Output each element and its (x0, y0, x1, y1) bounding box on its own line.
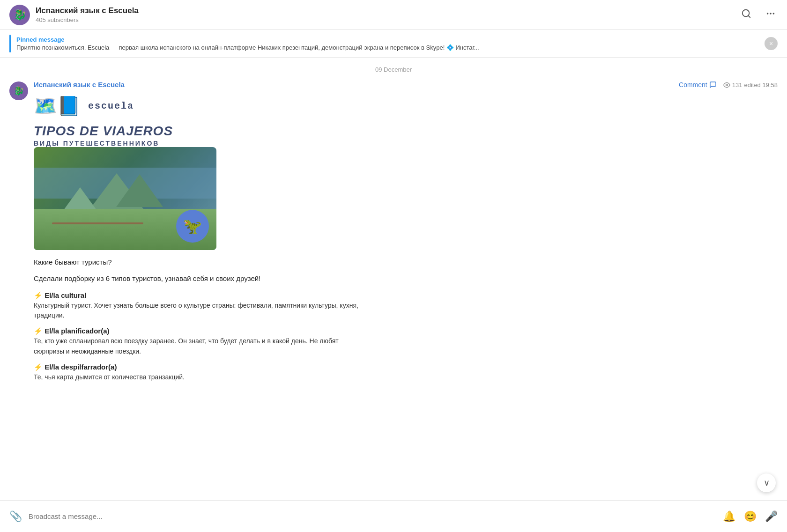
post-section-3: ⚡ El/la despilfarrador(a) Те, чья карта … (34, 362, 362, 383)
lightning-icon-1: ⚡ (34, 291, 43, 299)
message-row: 🐉 Испанский язык с Escuela Comment (0, 78, 787, 390)
section-2-desc: Те, кто уже спланировал всю поездку зара… (34, 336, 362, 356)
post-brand-header: 🗺️📘 escuela (34, 91, 778, 122)
message-sender: Испанский язык с Escuela (34, 81, 125, 89)
lightning-icon-3: ⚡ (34, 363, 43, 371)
svg-point-2 (767, 13, 769, 15)
post-intro-2: Сделали подборку из 6 типов туристов, уз… (34, 273, 362, 284)
post-section-1: ⚡ El/la cultural Культурный турист. Хоче… (34, 290, 362, 321)
pinned-content[interactable]: Pinned message Приятно познакомиться, Es… (16, 36, 759, 51)
post-image: 🦖 (34, 147, 216, 250)
message-body: Испанский язык с Escuela Comment 131 edi (34, 81, 778, 387)
channel-header: 🐉 Испанский язык с Escuela 405 subscribe… (0, 0, 787, 30)
message-meta: Comment 131 edited 19:58 (679, 81, 778, 89)
message-avatar: 🐉 (9, 81, 28, 100)
attach-button[interactable]: 📎 (9, 510, 22, 523)
brand-name: escuela (88, 101, 134, 111)
pinned-text: Приятно познакомиться, Escuela — первая … (16, 44, 719, 51)
header-actions (739, 7, 778, 23)
channel-info: Испанский язык с Escuela 405 subscribers (36, 6, 739, 23)
svg-point-3 (770, 13, 772, 15)
message-input[interactable] (29, 512, 716, 520)
pinned-message-bar: Pinned message Приятно познакомиться, Es… (0, 30, 787, 58)
svg-point-5 (726, 84, 728, 86)
search-button[interactable] (739, 7, 753, 23)
post-title-block: TIPOS DE VIAJEROS ВИДЫ ПУТЕШЕСТВЕННИКОВ (34, 122, 778, 147)
lightning-icon-2: ⚡ (34, 327, 43, 335)
post-title-spanish: TIPOS DE VIAJEROS (34, 124, 778, 139)
post-logo-area: 🗺️📘 (34, 95, 81, 117)
svg-line-1 (748, 15, 750, 17)
monster-overlay: 🦖 (176, 210, 209, 243)
chevron-down-icon: ∨ (764, 478, 770, 488)
emoji-button[interactable]: 😊 (744, 510, 757, 523)
microphone-button[interactable]: 🎤 (765, 510, 778, 523)
main-content: 09 December 🐉 Испанский язык с Escuela C… (0, 58, 787, 500)
edited-time: edited 19:58 (744, 81, 778, 89)
message-header-row: Испанский язык с Escuela Comment 131 edi (34, 81, 778, 89)
pinned-close-button[interactable]: × (765, 37, 778, 50)
pinned-line-indicator (9, 35, 11, 52)
more-button[interactable] (764, 7, 778, 23)
comment-label: Comment (679, 81, 707, 89)
svg-point-4 (773, 13, 775, 15)
date-separator: 09 December (0, 58, 787, 78)
scroll-down-button[interactable]: ∨ (757, 473, 776, 492)
notification-bell-button[interactable]: 🔔 (723, 510, 735, 523)
mountain-2 (116, 174, 163, 207)
channel-subscribers: 405 subscribers (36, 16, 739, 23)
post-title-russian: ВИДЫ ПУТЕШЕСТВЕННИКОВ (34, 140, 778, 147)
section-1-desc: Культурный турист. Хочет узнать больше в… (34, 301, 362, 321)
post-section-2: ⚡ El/la planificador(a) Те, кто уже спла… (34, 325, 362, 357)
comment-button[interactable]: Comment (679, 81, 717, 89)
message-views: 131 edited 19:58 (723, 81, 778, 89)
section-1-title: ⚡ El/la cultural (34, 290, 362, 301)
post-logo-icon: 🗺️📘 (34, 95, 81, 117)
section-2-title: ⚡ El/la planificador(a) (34, 325, 362, 336)
pinned-label: Pinned message (16, 36, 759, 43)
avatar-emoji: 🐉 (14, 9, 26, 21)
monster-emoji: 🦖 (183, 217, 202, 235)
post-text: Какие бывают туристы? Сделали подборку и… (34, 257, 362, 383)
post-intro-1: Какие бывают туристы? (34, 257, 362, 267)
fence-decoration (52, 222, 143, 224)
bottom-bar: 📎 🔔 😊 🎤 (0, 500, 787, 532)
bottom-icons: 🔔 😊 🎤 (723, 510, 778, 523)
section-3-desc: Те, чья карта дымится от количества тран… (34, 372, 362, 383)
date-label: 09 December (375, 66, 412, 73)
channel-name: Испанский язык с Escuela (36, 6, 739, 15)
views-count: 131 (732, 81, 742, 89)
section-3-title: ⚡ El/la despilfarrador(a) (34, 362, 362, 372)
channel-avatar: 🐉 (9, 5, 30, 25)
post-card: 🗺️📘 escuela TIPOS DE VIAJEROS ВИДЫ ПУТЕШ… (34, 91, 778, 387)
post-image-background: 🦖 (34, 147, 216, 250)
